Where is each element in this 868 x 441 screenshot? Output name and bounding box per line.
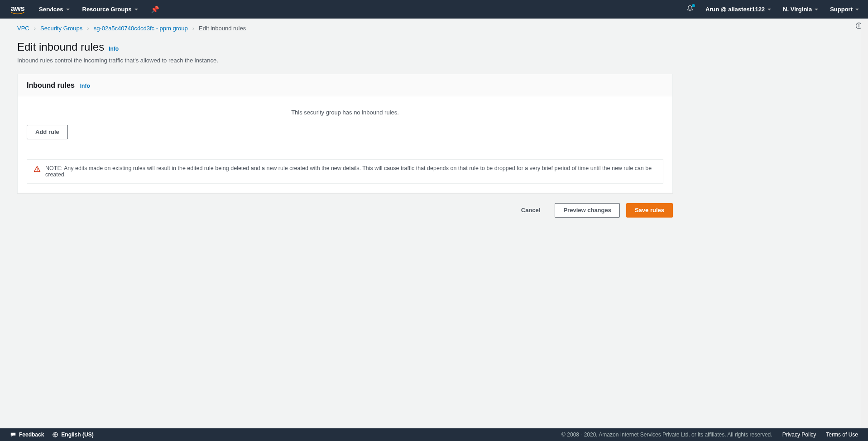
edit-note-alert: NOTE: Any edits made on existing rules w… <box>27 159 663 184</box>
page-title: Edit inbound rules <box>17 41 104 53</box>
svg-rect-3 <box>37 168 37 170</box>
main-content: VPC › Security Groups › sg-02a5c40740c4c… <box>5 19 685 224</box>
save-rules-button[interactable]: Save rules <box>626 203 673 218</box>
cancel-button[interactable]: Cancel <box>513 204 549 217</box>
caret-down-icon <box>815 9 818 10</box>
inbound-rules-panel: Inbound rules Info This security group h… <box>17 74 673 193</box>
nav-account[interactable]: Arun @ aliastest1122 <box>705 6 771 13</box>
breadcrumb-sg-detail[interactable]: sg-02a5c40740c4cd3fc - ppm group <box>94 25 188 32</box>
language-label: English (US) <box>61 432 93 438</box>
feedback-link[interactable]: Feedback <box>10 432 44 438</box>
caret-down-icon <box>134 9 138 10</box>
footer-right: © 2008 - 2020, Amazon Internet Services … <box>561 432 858 438</box>
notification-dot-icon <box>692 4 695 7</box>
add-rule-button[interactable]: Add rule <box>27 125 68 139</box>
topnav-right: Arun @ aliastest1122 N. Virginia Support <box>686 5 859 14</box>
language-selector[interactable]: English (US) <box>52 432 93 438</box>
edit-note-text: NOTE: Any edits made on existing rules w… <box>45 165 657 178</box>
svg-point-4 <box>37 171 38 171</box>
notifications-button[interactable] <box>686 5 694 14</box>
caret-down-icon <box>66 9 70 10</box>
privacy-policy-link[interactable]: Privacy Policy <box>782 432 816 438</box>
terms-of-use-link[interactable]: Terms of Use <box>826 432 858 438</box>
work-area: VPC › Security Groups › sg-02a5c40740c4c… <box>5 19 861 428</box>
nav-services[interactable]: Services <box>39 6 70 13</box>
nav-services-label: Services <box>39 6 63 13</box>
nav-resource-groups[interactable]: Resource Groups <box>82 6 138 13</box>
breadcrumb-vpc[interactable]: VPC <box>17 25 29 32</box>
chevron-right-icon: › <box>192 25 194 32</box>
speech-bubble-icon <box>10 432 16 438</box>
page-header: Edit inbound rules Info <box>17 41 673 53</box>
chevron-right-icon: › <box>34 25 36 32</box>
top-navigation: aws Services Resource Groups 📌 Arun @ al… <box>0 0 868 19</box>
empty-rules-message: This security group has no inbound rules… <box>27 105 663 125</box>
chevron-right-icon: › <box>87 25 89 32</box>
topnav-left: aws Services Resource Groups 📌 <box>9 5 159 14</box>
breadcrumb: VPC › Security Groups › sg-02a5c40740c4c… <box>17 25 673 32</box>
panel-title: Inbound rules <box>27 81 75 90</box>
caret-down-icon <box>855 9 859 10</box>
svg-point-1 <box>858 24 859 25</box>
globe-icon <box>52 432 58 438</box>
nav-region-label: N. Virginia <box>783 6 812 13</box>
aws-smile-icon <box>9 12 26 14</box>
svg-rect-2 <box>858 25 859 28</box>
pin-icon[interactable]: 📌 <box>151 5 159 14</box>
footer: Feedback English (US) © 2008 - 2020, Ama… <box>0 428 868 441</box>
copyright-text: © 2008 - 2020, Amazon Internet Services … <box>561 432 772 438</box>
panel-header: Inbound rules Info <box>18 74 672 96</box>
panel-info-link[interactable]: Info <box>80 83 90 89</box>
vertical-scrollbar[interactable] <box>861 19 868 428</box>
nav-resource-groups-label: Resource Groups <box>82 6 132 13</box>
page-description: Inbound rules control the incoming traff… <box>17 57 673 64</box>
form-actions: Cancel Preview changes Save rules <box>17 203 673 218</box>
breadcrumb-current: Edit inbound rules <box>199 25 246 32</box>
footer-left: Feedback English (US) <box>10 432 94 438</box>
panel-body: This security group has no inbound rules… <box>18 96 672 193</box>
caret-down-icon <box>767 9 771 10</box>
page-info-link[interactable]: Info <box>109 46 119 52</box>
feedback-label: Feedback <box>19 432 44 438</box>
aws-logo-text: aws <box>11 5 25 12</box>
breadcrumb-security-groups[interactable]: Security Groups <box>40 25 82 32</box>
nav-support[interactable]: Support <box>830 6 859 13</box>
nav-region[interactable]: N. Virginia <box>783 6 818 13</box>
warning-triangle-icon <box>34 166 41 173</box>
nav-support-label: Support <box>830 6 853 13</box>
preview-changes-button[interactable]: Preview changes <box>555 203 620 218</box>
nav-account-label: Arun @ aliastest1122 <box>705 6 765 13</box>
aws-logo[interactable]: aws <box>9 5 26 14</box>
